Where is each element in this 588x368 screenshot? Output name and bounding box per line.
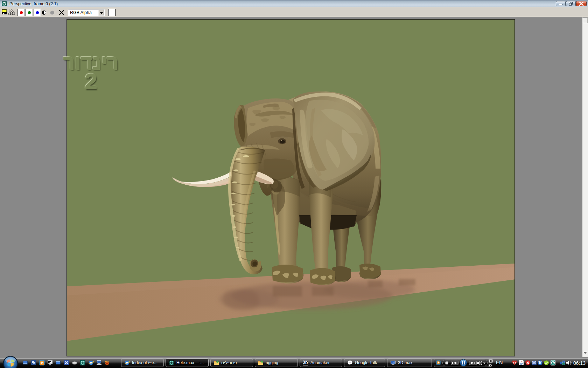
svg-text:3D: 3D bbox=[303, 361, 308, 365]
svg-text:b: b bbox=[539, 361, 541, 365]
